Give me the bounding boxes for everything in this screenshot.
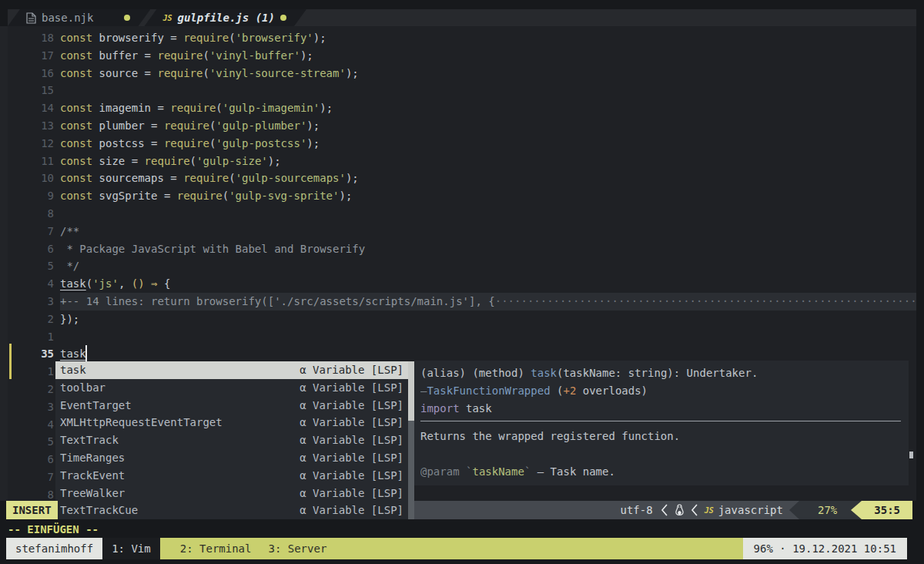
code-token: = (170, 32, 183, 44)
line-text: * Package JavaScript with Babel and Brow… (60, 240, 916, 258)
code-line[interactable]: 7/** (8, 223, 916, 240)
completion-item[interactable]: toolbarα Variable [LSP] (55, 379, 414, 397)
code-token: ); (306, 137, 320, 149)
tmux-window-3[interactable]: 3: Server (251, 542, 326, 555)
js-icon: JS (162, 14, 172, 22)
line-number: 12 (8, 135, 54, 153)
completion-item[interactable]: TextTrackα Variable [LSP] (55, 431, 414, 449)
code-token: — Task name. (531, 465, 615, 478)
gitsigns-change-bar (9, 344, 12, 379)
code-line[interactable]: 2}); (8, 311, 916, 328)
code-token: 'gulp-size' (196, 155, 268, 167)
code-line[interactable]: 1 (8, 328, 916, 346)
completion-label: TextTrack (60, 431, 300, 449)
docs-scrollbar-thumb[interactable] (909, 452, 913, 458)
line-number: 11 (8, 153, 54, 170)
code-token: ( (86, 277, 92, 290)
code-line[interactable]: 11const size = require('gulp-size'); (8, 153, 916, 170)
code-token: ········································… (495, 295, 916, 307)
code-token: = (151, 119, 164, 132)
completion-item[interactable]: XMLHttpRequestEventTargetα Variable [LSP… (55, 414, 414, 431)
code-line[interactable]: 14const imagemin = require('gulp-imagemi… (8, 99, 916, 117)
code-token: +2 (563, 384, 576, 397)
lsp-docs-float: (alias) (method) task(taskName: string):… (414, 361, 909, 485)
completion-item[interactable]: TrackEventα Variable [LSP] (55, 467, 414, 485)
completion-item[interactable]: taskα Variable [LSP] (55, 361, 414, 379)
code-token: = (151, 137, 164, 149)
completion-kind: α Variable [LSP] (300, 467, 403, 485)
code-token: const (60, 32, 92, 44)
code-token: }); (60, 313, 79, 325)
code-token: /** (60, 225, 79, 237)
linux-penguin-icon (668, 504, 691, 516)
code-line[interactable]: 10const sourcemaps = require('gulp-sourc… (8, 170, 916, 187)
line-text: const sourcemaps = require('gulp-sourcem… (60, 170, 916, 187)
line-number: 16 (8, 65, 54, 82)
code-token: 'browserify' (236, 32, 313, 44)
line-number: 6 (8, 240, 54, 258)
code-line[interactable]: 6 * Package JavaScript with Babel and Br… (8, 240, 916, 258)
code-line[interactable]: 17const buffer = require('vinyl-buffer')… (8, 47, 916, 65)
code-token: const (60, 102, 92, 114)
code-token: 'gulp-postcss' (216, 137, 306, 149)
completion-kind: α Variable [LSP] (300, 397, 403, 415)
tab-label: base.njk (42, 12, 93, 24)
code-line[interactable]: 8 (8, 205, 916, 223)
code-token: = (170, 172, 183, 184)
code-line[interactable]: 18const browserify = require('browserify… (8, 29, 916, 47)
code-token: require (183, 172, 229, 184)
code-token: 'gulp-plumber' (216, 119, 306, 132)
docs-line: @param `taskName` — Task name. (420, 463, 901, 481)
line-number: 1 (8, 328, 54, 346)
tmux-session-name: stefanimhoff (6, 538, 102, 559)
docs-line: import task (420, 400, 901, 418)
popup-scrollbar[interactable] (408, 361, 414, 519)
completion-kind: α Variable [LSP] (300, 502, 403, 519)
code-token: ( (216, 102, 222, 114)
completion-label: TrackEvent (60, 467, 300, 485)
completion-item[interactable]: TextTrackCueα Variable [LSP] (55, 502, 414, 519)
code-token: require (157, 67, 203, 79)
code-line[interactable]: 12const postcss = require('gulp-postcss'… (8, 135, 916, 153)
line-text: /** (60, 223, 916, 240)
completion-kind: α Variable [LSP] (300, 449, 403, 467)
tmux-window-1[interactable]: 1: Vim (102, 538, 160, 559)
tmux-window-2[interactable]: 2: Terminal (169, 542, 252, 555)
completion-kind: α Variable [LSP] (300, 431, 403, 449)
code-token: ( (190, 155, 196, 167)
line-text: const source = require('vinyl-source-str… (60, 65, 916, 82)
line-text: task('js', () ⇒ { (60, 275, 916, 293)
code-line[interactable]: 4task('js', () ⇒ { (8, 275, 916, 293)
code-line[interactable]: 15 (8, 82, 916, 99)
code-token: 'vinyl-buffer' (209, 49, 300, 62)
code-line[interactable]: 9const svgSprite = require('gulp-svg-spr… (8, 187, 916, 205)
completion-item[interactable]: TimeRangesα Variable [LSP] (55, 449, 414, 467)
code-line[interactable]: 16const source = require('vinyl-source-s… (8, 65, 916, 82)
completion-item[interactable]: TreeWalkerα Variable [LSP] (55, 485, 414, 502)
completion-kind: α Variable [LSP] (300, 379, 403, 397)
code-token: svgSprite (92, 190, 164, 202)
code-token: 'gulp-svg-sprite' (229, 190, 339, 202)
code-line[interactable]: 13const plumber = require('gulp-plumber'… (8, 117, 916, 135)
folded-line[interactable]: 3+-- 14 lines: return browserify(['./src… (8, 293, 916, 311)
code-token: +-- 14 lines: return browserify(['./src/… (60, 295, 495, 307)
tab-gulpfile-js[interactable]: JS gulpfile.js (1) (144, 9, 306, 26)
code-token: task (460, 402, 492, 415)
code-token: require (177, 190, 223, 202)
line-number: 9 (8, 187, 54, 205)
code-token: require (183, 32, 229, 44)
code-token: const (60, 155, 92, 167)
line-text: const postcss = require('gulp-postcss'); (60, 135, 916, 153)
code-token: ); (268, 155, 281, 167)
completion-label: TextTrackCue (60, 502, 300, 519)
code-line[interactable]: 5 */ (8, 257, 916, 275)
code-token: const (60, 119, 92, 132)
tab-base-njk[interactable]: base.njk (8, 9, 150, 26)
code-token: 'js' (92, 277, 119, 290)
docs-line: (alias) (method) task(taskName: string):… (420, 364, 901, 382)
code-token: task (60, 277, 86, 290)
code-token: imagemin (92, 102, 157, 114)
code-token: 'gulp-sourcemaps' (236, 172, 346, 184)
popup-scrollbar-thumb[interactable] (408, 361, 414, 421)
completion-item[interactable]: EventTargetα Variable [LSP] (55, 397, 414, 415)
